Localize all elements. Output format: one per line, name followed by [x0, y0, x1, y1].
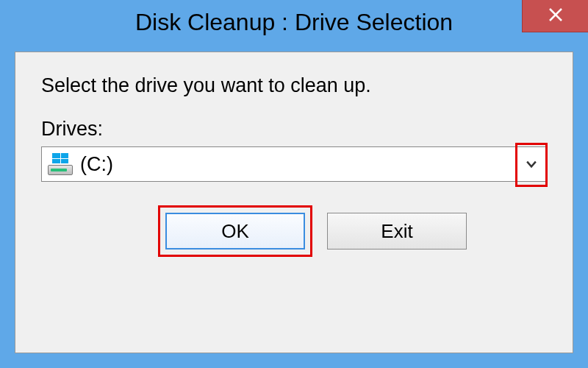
ok-button-wrap: OK	[165, 213, 305, 250]
window-title: Disk Cleanup : Drive Selection	[135, 9, 453, 36]
dialog-body: Select the drive you want to clean up. D…	[15, 52, 573, 353]
titlebar: Disk Cleanup : Drive Selection	[0, 0, 588, 44]
drives-label: Drives:	[41, 118, 547, 141]
dialog-window: Disk Cleanup : Drive Selection Select th…	[0, 0, 588, 368]
close-button[interactable]	[522, 0, 588, 32]
drive-icon	[48, 153, 73, 175]
chevron-down-icon[interactable]	[523, 155, 540, 173]
ok-button[interactable]: OK	[165, 213, 305, 250]
selected-drive-text: (C:)	[80, 153, 113, 176]
exit-button[interactable]: Exit	[327, 213, 467, 250]
close-icon	[548, 7, 564, 26]
button-row: OK Exit	[41, 213, 547, 250]
instruction-text: Select the drive you want to clean up.	[41, 74, 547, 97]
drives-dropdown[interactable]: (C:)	[41, 146, 547, 182]
